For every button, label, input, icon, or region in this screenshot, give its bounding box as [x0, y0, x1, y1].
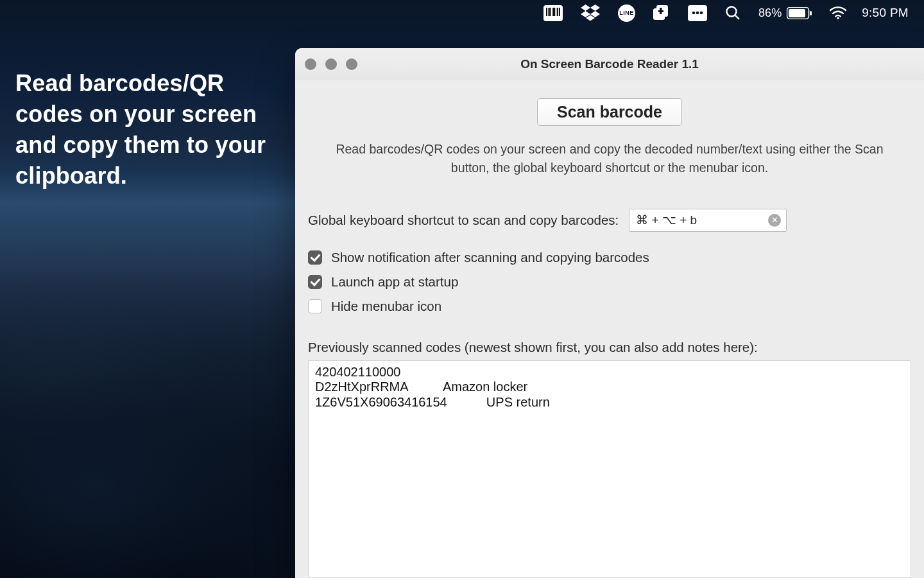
- barcode-icon: [546, 8, 560, 18]
- svg-point-12: [692, 12, 696, 15]
- shortcut-value: ⌘ + ⌥ + b: [636, 213, 697, 227]
- svg-rect-11: [658, 10, 663, 12]
- svg-point-20: [837, 17, 839, 19]
- password-icon: [688, 5, 707, 21]
- svg-rect-3: [552, 8, 552, 16]
- menubar-dropbox-icon[interactable]: [572, 0, 609, 26]
- menubar-line-icon[interactable]: LINE: [609, 0, 644, 26]
- menubar-barcode-icon[interactable]: [535, 0, 572, 26]
- svg-point-15: [727, 7, 737, 17]
- svg-rect-19: [810, 11, 812, 15]
- svg-rect-2: [549, 8, 551, 16]
- svg-rect-4: [553, 8, 555, 16]
- option-label: Show notification after scanning and cop…: [331, 250, 649, 265]
- svg-rect-0: [546, 8, 547, 16]
- checkbox-launch-startup[interactable]: [308, 275, 322, 289]
- zoom-button[interactable]: [346, 58, 357, 70]
- menubar-password-icon[interactable]: [679, 0, 716, 26]
- menubar-clock[interactable]: 9:50 PM: [855, 6, 918, 20]
- dropbox-icon: [581, 4, 600, 21]
- window-content: Scan barcode Read barcodes/QR codes on y…: [295, 80, 924, 578]
- svg-rect-1: [548, 8, 549, 16]
- menubar-library-icon[interactable]: [644, 0, 679, 26]
- shortcut-row: Global keyboard shortcut to scan and cop…: [308, 209, 911, 232]
- svg-rect-5: [556, 8, 556, 16]
- option-label: Launch app at startup: [331, 274, 458, 290]
- svg-point-14: [700, 12, 703, 15]
- window-title: On Screen Barcode Reader 1.1: [520, 57, 699, 71]
- battery-icon: [787, 7, 812, 19]
- menubar-spotlight[interactable]: [716, 0, 749, 26]
- checkbox-hide-menubar[interactable]: [308, 299, 322, 313]
- svg-rect-6: [557, 8, 558, 16]
- menubar-battery[interactable]: 86%: [749, 6, 821, 20]
- app-description: Read barcodes/QR codes on your screen an…: [308, 140, 911, 178]
- line-app-icon: LINE: [618, 4, 635, 22]
- history-line: 420402110000: [315, 365, 904, 380]
- app-window: On Screen Barcode Reader 1.1 Scan barcod…: [295, 48, 924, 578]
- menubar-wifi[interactable]: [821, 0, 855, 26]
- close-button[interactable]: [305, 58, 316, 70]
- history-textbox[interactable]: 420402110000 D2zHtXprRRMA Amazon locker …: [308, 360, 911, 579]
- option-hide-menubar[interactable]: Hide menubar icon: [308, 299, 911, 314]
- checkbox-show-notification[interactable]: [308, 250, 322, 265]
- svg-rect-18: [789, 9, 805, 17]
- minimize-button[interactable]: [325, 58, 337, 70]
- wifi-icon: [830, 6, 846, 19]
- svg-rect-7: [559, 8, 560, 16]
- history-line: D2zHtXprRRMA Amazon locker: [315, 380, 904, 395]
- history-label: Previously scanned codes (newest shown f…: [308, 340, 911, 355]
- search-icon: [725, 5, 740, 21]
- shortcut-label: Global keyboard shortcut to scan and cop…: [308, 213, 619, 228]
- scan-barcode-button[interactable]: Scan barcode: [537, 98, 682, 126]
- desktop-headline: Read barcodes/QR codes on your screen an…: [15, 68, 285, 191]
- option-show-notification[interactable]: Show notification after scanning and cop…: [308, 250, 911, 265]
- option-launch-startup[interactable]: Launch app at startup: [308, 274, 911, 290]
- history-line: 1Z6V51X69063416154 UPS return: [315, 395, 904, 410]
- library-icon: [653, 4, 670, 21]
- clear-shortcut-icon[interactable]: ✕: [768, 214, 781, 227]
- svg-line-16: [735, 15, 739, 19]
- option-label: Hide menubar icon: [331, 299, 441, 314]
- shortcut-input[interactable]: ⌘ + ⌥ + b ✕: [629, 209, 787, 232]
- svg-point-13: [696, 12, 699, 15]
- battery-percent: 86%: [758, 6, 782, 20]
- window-titlebar[interactable]: On Screen Barcode Reader 1.1: [295, 48, 924, 80]
- menubar: LINE 86%: [0, 0, 924, 26]
- traffic-lights: [305, 48, 357, 80]
